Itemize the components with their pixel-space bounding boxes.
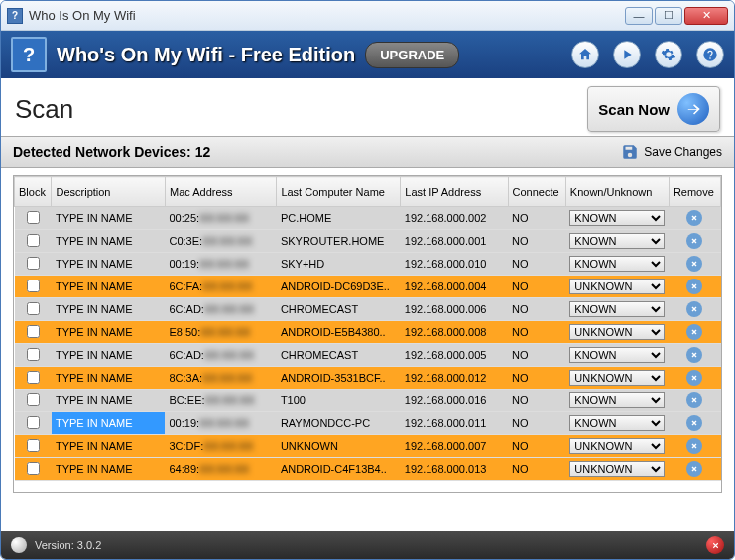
table-area: Block Description Mac Address Last Compu… xyxy=(1,168,734,531)
connected-cell: NO xyxy=(508,253,565,276)
block-checkbox[interactable] xyxy=(27,462,40,475)
block-checkbox[interactable] xyxy=(27,371,40,384)
description-cell[interactable]: TYPE IN NAME xyxy=(52,458,166,481)
table-row[interactable]: TYPE IN NAME3C:DF:XX:XX:XXUNKNOWN192.168… xyxy=(15,435,721,458)
remove-button[interactable] xyxy=(686,233,702,249)
known-select[interactable]: KNOWNUNKNOWN xyxy=(569,279,665,294)
home-button[interactable] xyxy=(571,41,599,68)
block-checkbox[interactable] xyxy=(27,393,40,406)
description-cell[interactable]: TYPE IN NAME xyxy=(52,298,166,321)
scan-now-button[interactable]: Scan Now xyxy=(587,86,720,132)
scan-bar: Scan Scan Now xyxy=(1,78,734,136)
block-checkbox[interactable] xyxy=(27,416,40,429)
save-changes-button[interactable]: Save Changes xyxy=(621,143,722,161)
col-connected[interactable]: Connecte xyxy=(508,177,565,207)
connected-cell: NO xyxy=(508,230,565,253)
known-select[interactable]: KNOWNUNKNOWN xyxy=(569,301,665,317)
col-ip[interactable]: Last IP Address xyxy=(401,177,508,207)
known-select[interactable]: KNOWNUNKNOWN xyxy=(569,461,665,477)
block-checkbox[interactable] xyxy=(27,325,40,338)
col-name[interactable]: Last Computer Name xyxy=(277,177,401,207)
table-row[interactable]: TYPE IN NAMEE8:50:XX:XX:XXANDROID-E5B438… xyxy=(15,321,721,344)
upgrade-button[interactable]: UPGRADE xyxy=(365,42,459,68)
ip-cell: 192.168.000.004 xyxy=(401,276,508,298)
known-select[interactable]: KNOWNUNKNOWN xyxy=(569,210,665,226)
app-header: ? Who's On My Wifi - Free Edition UPGRAD… xyxy=(1,31,734,78)
block-checkbox[interactable] xyxy=(27,211,40,224)
mac-cell: 00:25:XX:XX:XX xyxy=(165,207,276,230)
description-cell[interactable]: TYPE IN NAME xyxy=(52,207,166,230)
table-row[interactable]: TYPE IN NAME8C:3A:XX:XX:XXANDROID-3531BC… xyxy=(15,367,721,390)
known-select[interactable]: KNOWNUNKNOWN xyxy=(569,233,665,249)
remove-button[interactable] xyxy=(686,279,702,294)
description-cell[interactable]: TYPE IN NAME xyxy=(52,276,166,298)
description-cell[interactable]: TYPE IN NAME xyxy=(52,253,166,276)
remove-button[interactable] xyxy=(686,347,702,363)
remove-button[interactable] xyxy=(686,438,702,454)
col-known[interactable]: Known/Unknown xyxy=(565,177,669,207)
table-row[interactable]: TYPE IN NAME6C:AD:XX:XX:XXCHROMECAST192.… xyxy=(15,344,721,367)
remove-button[interactable] xyxy=(686,301,702,317)
app-title: Who's On My Wifi - Free Edition xyxy=(57,44,355,66)
table-row[interactable]: TYPE IN NAME64:89:XX:XX:XXANDROID-C4F13B… xyxy=(15,458,721,481)
table-row[interactable]: TYPE IN NAMEC0:3E:XX:XX:XXSKYROUTER.HOME… xyxy=(15,230,721,253)
scan-now-label: Scan Now xyxy=(598,101,670,118)
remove-button[interactable] xyxy=(686,256,702,272)
footer-close-button[interactable] xyxy=(706,536,724,554)
col-block[interactable]: Block xyxy=(15,177,52,207)
table-row[interactable]: TYPE IN NAME6C:AD:XX:XX:XXCHROMECAST192.… xyxy=(15,298,721,321)
close-button[interactable]: ✕ xyxy=(684,7,728,25)
block-checkbox[interactable] xyxy=(27,257,40,270)
description-cell[interactable]: TYPE IN NAME xyxy=(52,344,166,367)
remove-button[interactable] xyxy=(686,415,702,431)
description-cell[interactable]: TYPE IN NAME xyxy=(52,412,166,435)
maximize-button[interactable]: ☐ xyxy=(655,7,682,25)
block-checkbox[interactable] xyxy=(27,234,40,247)
minimize-button[interactable]: — xyxy=(625,7,653,25)
mac-cell: 64:89:XX:XX:XX xyxy=(165,458,276,481)
description-cell[interactable]: TYPE IN NAME xyxy=(52,367,166,390)
remove-button[interactable] xyxy=(686,392,702,408)
table-row[interactable]: TYPE IN NAME00:25:XX:XX:XXPC.HOME192.168… xyxy=(15,207,721,230)
known-select[interactable]: KNOWNUNKNOWN xyxy=(569,347,665,363)
known-select[interactable]: KNOWNUNKNOWN xyxy=(569,438,665,454)
connected-cell: NO xyxy=(508,276,565,298)
known-select[interactable]: KNOWNUNKNOWN xyxy=(569,415,665,431)
table-row[interactable]: TYPE IN NAME00:19:XX:XX:XXSKY+HD192.168.… xyxy=(15,253,721,276)
description-cell[interactable]: TYPE IN NAME xyxy=(52,321,166,344)
detected-bar: Detected Network Devices: 12 Save Change… xyxy=(1,136,734,168)
known-select[interactable]: KNOWNUNKNOWN xyxy=(569,370,665,386)
play-button[interactable] xyxy=(613,41,641,68)
block-checkbox[interactable] xyxy=(27,439,40,452)
remove-button[interactable] xyxy=(686,370,702,386)
col-description[interactable]: Description xyxy=(52,177,166,207)
settings-button[interactable] xyxy=(655,41,682,68)
titlebar[interactable]: ? Who Is On My Wifi — ☐ ✕ xyxy=(1,1,734,31)
connected-cell: NO xyxy=(508,412,565,435)
known-select[interactable]: KNOWNUNKNOWN xyxy=(569,392,665,408)
block-checkbox[interactable] xyxy=(27,280,40,292)
ip-cell: 192.168.000.005 xyxy=(401,344,508,367)
ip-cell: 192.168.000.016 xyxy=(401,390,508,412)
app-window: ? Who Is On My Wifi — ☐ ✕ ? Who's On My … xyxy=(0,0,735,560)
block-checkbox[interactable] xyxy=(27,348,40,361)
remove-button[interactable] xyxy=(686,324,702,340)
connected-cell: NO xyxy=(508,321,565,344)
table-row[interactable]: TYPE IN NAME00:19:XX:XX:XXRAYMONDCC-PC19… xyxy=(15,412,721,435)
table-row[interactable]: TYPE IN NAMEBC:EE:XX:XX:XXT100192.168.00… xyxy=(15,390,721,412)
remove-button[interactable] xyxy=(686,461,702,477)
description-cell[interactable]: TYPE IN NAME xyxy=(52,390,166,412)
known-select[interactable]: KNOWNUNKNOWN xyxy=(569,256,665,272)
remove-button[interactable] xyxy=(686,210,702,226)
col-mac[interactable]: Mac Address xyxy=(165,177,276,207)
help-button[interactable] xyxy=(696,41,724,68)
block-checkbox[interactable] xyxy=(27,302,40,315)
col-remove[interactable]: Remove xyxy=(669,177,720,207)
description-cell[interactable]: TYPE IN NAME xyxy=(52,435,166,458)
table-row[interactable]: TYPE IN NAME6C:FA:XX:XX:XXANDROID-DC69D3… xyxy=(15,276,721,298)
known-select[interactable]: KNOWNUNKNOWN xyxy=(569,324,665,340)
ip-cell: 192.168.000.010 xyxy=(401,253,508,276)
table-scroll[interactable]: Block Description Mac Address Last Compu… xyxy=(13,175,722,493)
status-dot-icon xyxy=(11,537,27,553)
description-cell[interactable]: TYPE IN NAME xyxy=(52,230,166,253)
